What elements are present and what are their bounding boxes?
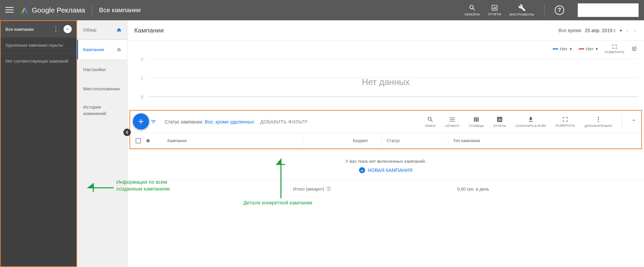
no-matching-note: Нет соответствующих кампаний — [1, 53, 76, 69]
svg-point-16 — [598, 119, 599, 120]
svg-rect-9 — [476, 117, 477, 121]
svg-rect-3 — [494, 7, 495, 9]
header-divider-2 — [544, 4, 545, 16]
logo[interactable]: Google Реклама — [20, 6, 85, 14]
expand-icon — [562, 116, 568, 123]
svg-point-0 — [21, 12, 23, 14]
chevron-down-icon: ▾ — [570, 46, 572, 51]
svg-point-17 — [598, 121, 599, 122]
nav-history[interactable]: История изменений — [77, 99, 127, 123]
empty-message: У вас пока нет включенных кампаний. — [127, 159, 644, 164]
tree-title[interactable]: Все кампании — [5, 27, 53, 32]
chart-area: 2 1 0 Нет данных — [127, 55, 644, 108]
metric-1-dropdown[interactable]: Нет ▾ — [553, 46, 572, 51]
nav-campaigns[interactable]: Кампании — [77, 40, 127, 60]
bar-chart-icon — [491, 4, 498, 11]
add-filter-button[interactable]: ДОБАВИТЬ ФИЛЬТР — [260, 119, 308, 125]
svg-rect-8 — [474, 117, 475, 121]
reports-button[interactable]: ОТЧЕТЫ — [488, 4, 501, 16]
svg-rect-2 — [493, 8, 494, 9]
col-campaign[interactable]: Кампания — [154, 138, 303, 143]
filter-toolbar: Статус кампании: Все, кроме удаленных ДО… — [130, 111, 641, 133]
collapse-toggle[interactable] — [64, 25, 72, 33]
y-tick-0: 0 — [141, 95, 143, 99]
table-reports-action[interactable]: ОТЧЕТЫ — [493, 116, 506, 128]
date-range-picker[interactable]: Все время 25 апр. 2019 г. ▾ ‹ › — [558, 28, 637, 33]
add-campaign-fab[interactable]: + — [133, 113, 149, 130]
nav-settings[interactable]: Настройки — [77, 60, 127, 79]
chart-toolbar: Нет ▾ Нет ▾ РАЗВЕРНУТЬ — [127, 42, 644, 55]
segment-action[interactable]: СЕГМЕНТ — [445, 116, 459, 128]
svg-rect-13 — [499, 118, 500, 121]
chart-icon — [496, 116, 503, 123]
expand-chart-button[interactable]: РАЗВЕРНУТЬ — [605, 44, 624, 54]
header-right: ПЕРЕЙТИ ОТЧЕТЫ ИНСТРУМЕНТЫ ? — [464, 3, 639, 17]
main-content: Кампании Все время 25 апр. 2019 г. ▾ ‹ ›… — [127, 20, 644, 267]
nav-overview[interactable]: Обзор — [77, 20, 127, 40]
col-type[interactable]: Тип кампании — [448, 133, 636, 148]
filter-icon[interactable] — [150, 119, 157, 125]
tree-header: Все кампании ⋮ — [1, 21, 76, 37]
columns-icon — [473, 116, 480, 123]
page-title: Все кампании — [99, 6, 141, 14]
annotation-center-text: Детали конкретной кампании — [243, 200, 312, 205]
hidden-deleted-note: Удаленные кампании скрыты — [1, 37, 76, 53]
logo-icon — [20, 6, 28, 14]
menu-icon[interactable] — [5, 7, 14, 13]
metric-2-color — [579, 48, 584, 49]
chevron-down-icon: ▾ — [620, 28, 622, 33]
y-tick-1: 1 — [141, 76, 143, 81]
brand-text: Google Реклама — [32, 6, 85, 14]
summary-budget: 0,00 грн. в день — [322, 186, 503, 192]
prev-period-button[interactable]: ‹ — [625, 28, 630, 33]
more-action[interactable]: ДОПОЛНИТЕЛЬНО — [585, 116, 613, 128]
main-title: Кампании — [134, 27, 558, 34]
help-button[interactable]: ? — [555, 5, 564, 15]
svg-rect-12 — [498, 119, 499, 121]
col-status[interactable]: Статус — [382, 133, 448, 148]
collapse-arrow[interactable]: ⌃ — [631, 118, 636, 125]
col-budget[interactable]: Бюджет — [303, 133, 382, 148]
new-campaign-button[interactable]: + НОВАЯ КАМПАНИЯ — [359, 167, 412, 173]
go-button[interactable]: ПЕРЕЙТИ — [464, 4, 480, 16]
filter-chip[interactable]: Статус кампании: Все, кроме удаленных — [165, 119, 254, 125]
summary-row: Итого (аккаунт) 0,00 грн. в день — [127, 180, 644, 197]
download-icon — [527, 116, 534, 123]
secondary-nav: Обзор Кампании Настройки Местоположения … — [77, 20, 127, 267]
metric-1-color — [553, 48, 558, 49]
svg-point-15 — [598, 117, 599, 118]
select-all-cell — [136, 138, 154, 143]
columns-action[interactable]: СТОЛБЦЫ — [469, 116, 484, 128]
collapse-nav-button[interactable] — [123, 129, 131, 136]
campaigns-tree-panel: Все кампании ⋮ Удаленные кампании скрыты… — [0, 20, 77, 267]
home-icon-grey — [116, 47, 122, 52]
campaigns-table-area: + Статус кампании: Все, кроме удаленных … — [129, 110, 642, 149]
status-indicator — [146, 139, 150, 142]
search-action[interactable]: ПОИСК — [425, 116, 435, 128]
annotation-arrow-center — [274, 158, 288, 198]
separator — [622, 115, 622, 129]
annotation-arrow-left — [87, 181, 114, 195]
expand-table-action[interactable]: РАЗВЕРНУТЬ — [555, 116, 575, 127]
main-container: Все кампании ⋮ Удаленные кампании скрыты… — [0, 20, 644, 267]
select-all-checkbox[interactable] — [136, 138, 141, 143]
download-action[interactable]: СОХРАНИТЬ В ФАЙЛ — [516, 116, 546, 128]
user-account-box[interactable] — [578, 3, 639, 17]
sliders-icon — [631, 46, 637, 52]
svg-rect-4 — [496, 7, 496, 9]
svg-rect-14 — [501, 119, 501, 121]
svg-rect-10 — [477, 117, 478, 121]
next-period-button[interactable]: › — [633, 28, 637, 33]
more-vert-icon — [595, 116, 602, 123]
nav-locations[interactable]: Местоположения — [77, 79, 127, 99]
home-icon — [116, 27, 122, 33]
expand-icon — [612, 44, 617, 49]
y-tick-2: 2 — [141, 57, 143, 62]
metric-2-dropdown[interactable]: Нет ▾ — [579, 46, 598, 51]
tools-button[interactable]: ИНСТРУМЕНТЫ — [509, 4, 534, 16]
chart-settings-button[interactable] — [631, 46, 637, 52]
app-header: Google Реклама Все кампании ПЕРЕЙТИ ОТЧЕ… — [0, 0, 644, 20]
more-icon[interactable]: ⋮ — [53, 25, 59, 33]
search-icon — [427, 116, 434, 123]
segment-icon — [449, 116, 456, 123]
